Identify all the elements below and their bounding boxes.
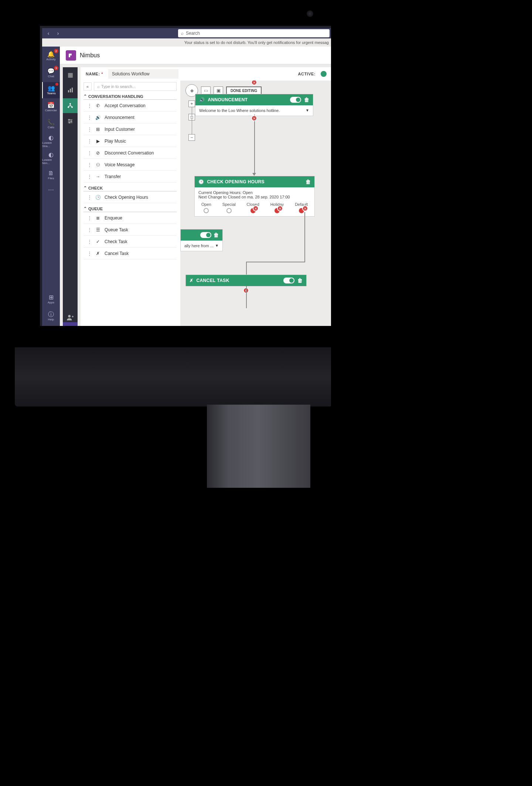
delete-branch-holiday[interactable]: ✕ — [277, 205, 283, 211]
rail-label: Help — [48, 318, 54, 321]
connector — [246, 286, 247, 308]
toolbar-stack-icon[interactable]: ▣ — [214, 86, 223, 95]
trash-icon[interactable]: 🗑 — [306, 179, 311, 185]
zoom-in-button[interactable]: + — [188, 101, 195, 107]
tree-item-disconnect[interactable]: ⋮⊘Disconnect Conversation — [83, 147, 177, 159]
tree-item-transfer[interactable]: ⋮→Transfer — [83, 171, 177, 183]
svg-point-6 — [68, 119, 70, 120]
chevron-up-icon: ⌃ — [83, 94, 87, 99]
opening-hours-next: Next Change to Closed on ma. 28 sep. 202… — [198, 195, 311, 199]
tree-item-play-music[interactable]: ⋮▶Play Music — [83, 135, 177, 147]
tree-item-check-opening[interactable]: ⋮🕒Check Opening Hours — [83, 191, 177, 203]
node-title: CANCEL TASK — [196, 278, 229, 283]
tree-item-cancel-task[interactable]: ⋮✗Cancel Task — [83, 248, 177, 259]
rail-label: Activity — [46, 58, 55, 61]
node-cancel-task[interactable]: ✗ CANCEL TASK 🗑 — [185, 275, 307, 286]
bell-icon: 🔔 — [47, 51, 55, 57]
nimbus-sidebar: ▦ — [63, 67, 78, 326]
tree-search-placeholder: Type in to search... — [101, 84, 136, 89]
rail-chat[interactable]: 💬 Chat 3 — [42, 65, 60, 81]
rail-calls[interactable]: 📞 Calls — [42, 116, 60, 132]
rail-label: Teams — [47, 92, 56, 95]
ns-stats[interactable] — [63, 83, 78, 98]
branch-special[interactable]: Special — [222, 202, 236, 213]
delete-branch-closed[interactable]: ✕ — [253, 205, 259, 211]
clock-icon: 🕒 — [198, 179, 204, 184]
grip-icon: ⋮ — [87, 215, 91, 221]
tree-search-input[interactable]: ⌕ Type in to search... — [94, 82, 177, 91]
rail-help[interactable]: ⓘ Help — [42, 308, 60, 324]
back-button[interactable]: ‹ — [44, 29, 52, 37]
ns-workflow[interactable] — [63, 98, 78, 113]
collapse-tree-button[interactable]: « — [83, 82, 92, 91]
rail-activity[interactable]: 🔔 Activity 2 — [42, 48, 60, 64]
name-label: NAME: * — [86, 72, 103, 76]
opening-hours-current: Current Opening Hours: Open — [198, 190, 311, 195]
tree-item-check-task[interactable]: ⋮✓Check Task — [83, 236, 177, 248]
apps-icon: ⊞ — [49, 295, 54, 300]
zoom-out-button[interactable]: − — [188, 134, 195, 141]
voicemail-icon: ⚇ — [95, 162, 101, 167]
rail-files[interactable]: 🗎 Files — [42, 167, 60, 183]
section-check[interactable]: ⌃ CHECK — [83, 186, 177, 191]
svg-point-9 — [68, 315, 71, 317]
rail-label: Files — [48, 177, 54, 180]
search-box[interactable]: ⌕ Search — [178, 29, 330, 37]
tree-item-enqueue[interactable]: ⋮≣Enqueue — [83, 212, 177, 224]
rail-calendar[interactable]: 📅 Calendar — [42, 99, 60, 115]
rail-teams[interactable]: 👥 Teams — [42, 82, 60, 98]
caret-down-icon[interactable]: ▼ — [306, 108, 309, 112]
cancel-icon: ✗ — [95, 251, 101, 256]
active-indicator[interactable] — [321, 71, 327, 77]
node-toggle[interactable] — [283, 278, 294, 283]
section-queue[interactable]: ⌃ QUEUE — [83, 206, 177, 212]
tree-item-input-customer[interactable]: ⋮⊞Input Customer — [83, 123, 177, 135]
calendar-icon: 📅 — [47, 102, 55, 108]
done-editing-button[interactable]: DONE EDITING — [226, 86, 262, 95]
node-title: ANNOUNCEMENT — [208, 97, 248, 102]
workflow-tree: « ⌕ Type in to search... ⌃ CONVERSATION … — [81, 81, 180, 326]
section-conversation[interactable]: ⌃ CONVERSATION HANDLING — [83, 94, 177, 100]
svg-point-8 — [69, 122, 70, 123]
tree-item-queue-task[interactable]: ⋮☰Queue Task — [83, 224, 177, 236]
transfer-icon: → — [95, 174, 101, 179]
app-icon: ◐ — [48, 135, 54, 141]
trash-icon[interactable]: 🗑 — [297, 278, 303, 283]
ns-brand[interactable] — [63, 322, 78, 326]
cancel-icon: ✗ — [190, 278, 193, 283]
node-partial[interactable]: 🗑 ally here from ... ▼ — [180, 229, 223, 251]
ns-user[interactable] — [67, 314, 74, 322]
toolbar-card-icon[interactable]: ▭ — [201, 86, 211, 95]
trash-icon[interactable]: 🗑 — [304, 97, 309, 103]
ns-grid[interactable]: ▦ — [63, 67, 78, 82]
node-toggle[interactable] — [290, 97, 301, 103]
grip-icon: ⋮ — [87, 115, 91, 120]
node-announcement[interactable]: 🔊 ANNOUNCEMENT 🗑 Welcome to the Loo Wher… — [195, 94, 313, 116]
nimbus-header: Nimbus — [60, 47, 331, 64]
svg-rect-1 — [70, 89, 71, 92]
grip-icon: ⋮ — [87, 150, 91, 156]
workflow-name-input[interactable] — [108, 69, 178, 79]
grip-icon: ⋮ — [87, 227, 91, 232]
connector — [246, 262, 247, 276]
node-toggle[interactable] — [200, 232, 211, 238]
branch-open[interactable]: Open — [201, 202, 211, 213]
workflow-canvas[interactable]: ▭ ▣ DONE EDITING + □ − ✕ — [180, 81, 331, 326]
rail-apps[interactable]: ⊞ Apps — [42, 291, 60, 307]
tree-item-accept[interactable]: ⋮✆Accept Conversation — [83, 100, 177, 112]
delete-branch-default[interactable]: ✕ — [302, 205, 308, 211]
ns-settings[interactable] — [63, 114, 78, 129]
rail-luware-stra[interactable]: ◐ Luware Stra... — [42, 133, 60, 149]
trash-icon[interactable]: 🗑 — [214, 232, 219, 238]
grip-icon: ⋮ — [87, 194, 91, 200]
clock-icon: 🕒 — [95, 195, 101, 200]
connector — [254, 115, 255, 174]
rail-more[interactable]: ⋯ — [48, 186, 54, 193]
tree-item-voice-message[interactable]: ⋮⚇Voice Message — [83, 159, 177, 171]
delete-connector-button[interactable]: ✕ — [251, 115, 257, 121]
forward-button[interactable]: › — [54, 29, 62, 37]
tree-item-announcement[interactable]: ⋮🔊Announcement — [83, 112, 177, 123]
caret-down-icon[interactable]: ▼ — [215, 244, 219, 248]
svg-rect-2 — [72, 88, 73, 92]
rail-luware-nim[interactable]: ◐ Luware Nim... — [42, 150, 60, 166]
